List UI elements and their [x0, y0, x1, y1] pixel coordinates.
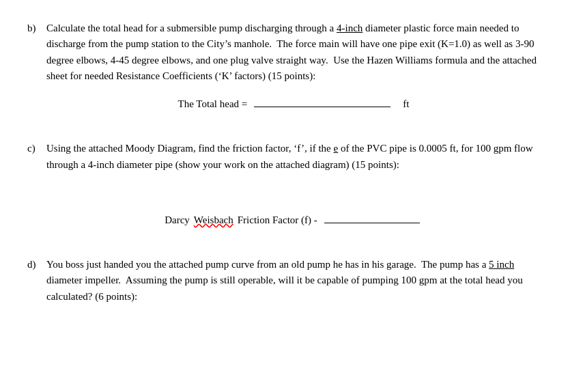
question-c-answer-label-darcy: Darcy [165, 212, 190, 228]
question-c-answer-label-rest: Friction Factor (f) - [238, 212, 317, 228]
question-b-answer-row: The Total head = ft [46, 96, 541, 112]
question-c-blank [324, 223, 420, 223]
question-c-weisbach: Weisbach [194, 212, 233, 228]
question-d-underline: 5 inch [489, 259, 514, 270]
page-content: b) Calculate the total head for a submer… [27, 20, 541, 305]
question-b-label: b) [27, 20, 46, 124]
question-d: d) You boss just handed you the attached… [27, 257, 541, 305]
question-b: b) Calculate the total head for a submer… [27, 20, 541, 124]
question-d-text: You boss just handed you the attached pu… [46, 257, 541, 305]
question-c-label: c) [27, 141, 46, 240]
question-b-text: Calculate the total head for a submersib… [46, 20, 541, 124]
question-c: c) Using the attached Moody Diagram, fin… [27, 141, 541, 240]
question-c-text-1: Using the attached Moody Diagram, find t… [46, 143, 334, 154]
question-d-label: d) [27, 257, 46, 305]
question-b-underline: 4-inch [337, 23, 363, 33]
question-d-text-1: You boss just handed you the attached pu… [46, 259, 489, 270]
question-c-answer-row: Darcy Weisbach Friction Factor (f) - [46, 212, 541, 228]
question-b-text-1: Calculate the total head for a submersib… [46, 23, 337, 33]
question-d-text-2: diameter impeller. Assuming the pump is … [46, 275, 523, 301]
question-b-unit: ft [403, 96, 409, 112]
question-b-answer-label: The Total head = [178, 96, 248, 112]
question-c-text: Using the attached Moody Diagram, find t… [46, 141, 541, 240]
question-b-blank [254, 107, 390, 107]
